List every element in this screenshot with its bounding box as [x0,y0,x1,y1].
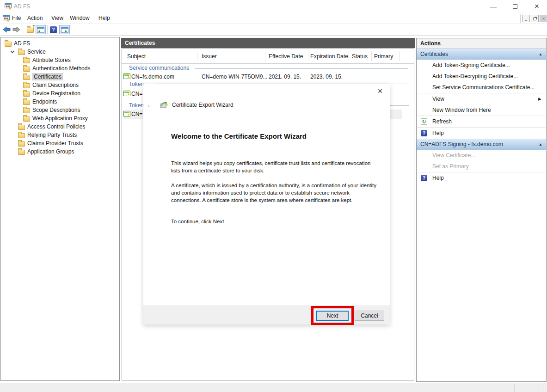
menu-help[interactable]: Help [98,15,110,21]
column-header-status[interactable]: Status [352,53,368,60]
cell-subject[interactable]: CN=fs.demo.com [131,74,174,80]
folder-icon [23,83,30,88]
folder-icon [23,100,30,105]
tree-item-scope-descriptions[interactable]: Scope Descriptions [1,106,119,114]
action-view-certificate[interactable]: View Certificate... [417,150,546,161]
forward-button[interactable] [12,25,21,34]
tree-item-certificates[interactable]: Certificates [1,73,119,81]
child-restore-button[interactable] [531,15,539,22]
action-help-2[interactable]: ? Help [417,172,546,184]
tree-item-claims-provider-trusts[interactable]: Claims Provider Trusts [1,139,119,147]
action-add-token-signing-certificate[interactable]: Add Token-Signing Certificate... [417,60,546,71]
chevron-down-icon[interactable] [9,49,16,55]
column-header-effective-date[interactable]: Effective Date [269,53,303,60]
help-button[interactable]: ? [49,25,58,34]
up-arrow-icon: ⤴ [33,24,35,29]
menu-file[interactable]: File [12,15,21,21]
cell-expiration-date: 2023. 09. 15. [310,74,343,80]
column-header-primary[interactable]: Primary [374,53,393,60]
tree-item-service[interactable]: Service [1,48,119,56]
show-action-pane-button[interactable]: ▶ [59,25,70,34]
tree-item-web-application-proxy[interactable]: Web Application Proxy [1,114,119,122]
tree-item-endpoints[interactable]: Endpoints [1,98,119,106]
divider [514,384,515,392]
folder-icon [23,92,30,97]
help-icon: ? [50,26,57,33]
divider [520,14,521,23]
next-button[interactable]: Next [316,311,349,321]
column-divider[interactable] [308,51,308,61]
status-bar [0,383,547,392]
action-label: View [432,96,444,102]
column-divider[interactable] [197,51,197,61]
action-set-as-primary[interactable]: Set as Primary [417,161,546,172]
action-refresh[interactable]: ↻ Refresh [417,116,546,127]
tree-item-adfs[interactable]: AD FS [1,39,119,48]
dialog-footer [143,306,390,325]
child-close-button[interactable]: × [540,15,547,22]
folder-icon [18,133,25,138]
folder-icon [18,150,25,155]
folder-icon [18,50,25,55]
back-arrow-icon[interactable]: ← [146,100,154,110]
back-arrow-icon [3,26,11,33]
group-token-decrypting: Token [129,81,144,87]
action-label: Help [432,175,444,181]
toolbar: ⤴ ◀ ? ▶ [0,24,547,36]
tree-item-label: Application Groups [27,148,74,155]
cell-subject[interactable]: CN= [131,91,142,97]
collapse-icon[interactable]: ▲ [539,52,542,56]
actions-section-adfs-signing[interactable]: CN=ADFS Signing - fs.demo.com ▲ [417,139,546,150]
submenu-arrow-icon: ▶ [538,97,541,101]
column-divider[interactable] [371,51,372,61]
menu-window[interactable]: Window [70,15,90,21]
tree-item-label: Endpoints [32,98,57,105]
actions-section-certificates[interactable]: Certificates ▲ [417,49,546,60]
tree-item-attribute-stores[interactable]: Attribute Stores [1,56,119,64]
folder-icon [23,116,30,122]
results-pane-title: Certificates [125,40,155,46]
window-titlebar: AD FS — × [0,0,547,13]
tree-item-claim-descriptions[interactable]: Claim Descriptions [1,81,119,89]
back-button[interactable] [2,25,11,34]
menu-action[interactable]: Action [27,15,43,21]
action-set-service-communications-certificate[interactable]: Set Service Communications Certificate..… [417,82,546,93]
tree-item-label-selected: Certificates [32,73,63,80]
maximize-button[interactable] [507,1,523,12]
minimize-button[interactable]: — [486,1,501,12]
column-header-expiration-date[interactable]: Expiration Date [310,53,348,60]
tree-item-relying-party-trusts[interactable]: Relying Party Trusts [1,131,119,139]
actions-panel-title: Actions [417,38,546,49]
folder-icon [18,125,25,130]
column-divider[interactable] [265,51,265,61]
group-service-communications: Service communications [129,65,189,71]
column-header-subject[interactable]: Subject [127,53,146,60]
divider [539,384,539,392]
child-minimize-button[interactable]: _ [522,15,530,22]
folder-icon [23,75,30,80]
action-new-window-from-here[interactable]: New Window from Here [417,104,546,116]
export-list-button[interactable]: ⤴ [25,25,35,34]
column-header-issuer[interactable]: Issuer [202,53,217,60]
group-line [195,68,408,69]
app-icon [5,3,12,11]
tree-item-access-control-policies[interactable]: Access Control Policies [1,122,119,131]
divider [47,25,48,34]
show-console-tree-button[interactable]: ◀ [36,25,46,34]
dialog-close-button[interactable]: × [374,86,386,96]
collapse-icon[interactable]: ▲ [539,142,542,147]
cell-subject[interactable]: CN= [131,111,142,117]
close-button[interactable]: × [529,1,545,12]
menu-view[interactable]: View [51,15,63,21]
maximize-icon [513,4,517,9]
action-view[interactable]: View ▶ [417,93,546,104]
tree-item-label: Claims Provider Trusts [27,140,83,147]
action-help[interactable]: ? Help [417,128,546,139]
action-add-token-decrypting-certificate[interactable]: Add Token-Decrypting Certificate... [417,71,546,82]
cancel-button[interactable]: Cancel [355,311,384,321]
tree-item-application-groups[interactable]: Application Groups [1,147,119,156]
column-divider[interactable] [349,51,349,61]
tree-item-authentication-methods[interactable]: Authentication Methods [1,64,119,73]
column-divider[interactable] [399,51,400,61]
tree-item-device-registration[interactable]: Device Registration [1,89,119,98]
